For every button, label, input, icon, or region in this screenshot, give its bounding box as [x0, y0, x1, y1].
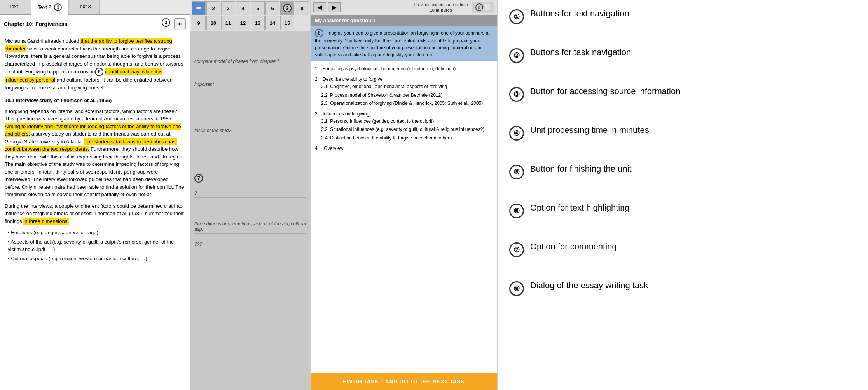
- nav-btn-11[interactable]: 11: [221, 16, 235, 30]
- legend-circle-5: ⑤: [509, 165, 524, 179]
- left-text-panel: Text 1 Text 2 1 Text 3 Chapter 10: Forgi…: [0, 0, 190, 390]
- pencil-icon-btn[interactable]: ✏: [192, 1, 206, 15]
- legend-item-8: ⑧ Dialog of the essay writing task: [509, 280, 856, 311]
- p3-highlight: in three dimensions:: [23, 218, 68, 225]
- legend-item-7: ⑦ Option for commenting: [509, 241, 856, 272]
- question-text: 8 Imagine you need to give a presentatio…: [311, 26, 497, 61]
- legend-text-3: Button for accessing source information: [530, 85, 680, 98]
- time-value: 10 minutes: [414, 7, 468, 13]
- header-icons: 3 ≈: [162, 18, 186, 30]
- nav-btn-7[interactable]: 2: [280, 1, 294, 15]
- nav-btn-5[interactable]: 5: [251, 1, 265, 15]
- circle-7-annotation: 7: [194, 174, 203, 183]
- legend-circle-3: ③: [509, 87, 524, 102]
- nav-btn-13[interactable]: 13: [251, 16, 265, 30]
- legend-item-3: ③ Button for accessing source informatio…: [509, 85, 856, 117]
- annotation-area: compare model of phases from chapter 1 i…: [190, 31, 310, 390]
- middle-annotation-panel: ✏ 2 3 4 5 6 2 8 9 10 11 12 13 14 15 comp…: [190, 0, 311, 390]
- bullet-2: • Aspects of the act (e.g. severity of g…: [8, 238, 185, 253]
- time-label: Previous expenditure of time: [414, 2, 468, 7]
- legend-item-4: ④ Unit processing time in minutes: [509, 124, 856, 155]
- time-display: Previous expenditure of time 10 minutes: [414, 2, 468, 13]
- tab-text1[interactable]: Text 1: [0, 0, 31, 14]
- answer-area[interactable]: 1. Forgiving as psychological phenomenon…: [311, 61, 497, 373]
- nav-btn-15[interactable]: 15: [280, 16, 294, 30]
- nav-btn-6[interactable]: 6: [265, 1, 279, 15]
- right-task-panel: ◀ ▶ Previous expenditure of time 10 minu…: [311, 0, 498, 390]
- nav-btn-12[interactable]: 12: [236, 16, 250, 30]
- nav-btn-9[interactable]: 9: [192, 16, 206, 30]
- number-nav: ✏ 2 3 4 5 6 2 8 9 10 11 12 13 14 15: [190, 0, 310, 31]
- circle-5: 5: [475, 3, 483, 11]
- circle-8: 8: [315, 29, 323, 37]
- answer-item-1: 1. Forgiving as psychological phenomenon…: [315, 65, 493, 73]
- legend-circle-7: ⑦: [509, 242, 524, 257]
- legend-text-4: Unit processing time in minutes: [530, 124, 649, 136]
- circle-1: 1: [54, 3, 62, 11]
- bullet-3: • Cultural aspects (e.g. religion, weste…: [8, 255, 185, 263]
- legend-text-6: Option for text highlighting: [530, 202, 630, 214]
- paragraph-3: During the interviews, a couple of diffe…: [5, 202, 185, 225]
- annotation-3: focus of the study: [194, 128, 306, 135]
- chapter-header: Chapter 10: Forgiveness 3 ≈: [0, 15, 190, 33]
- p1-plain: Mahatma Gandhi already noticed: [5, 38, 80, 44]
- annotation-4: ?: [194, 190, 306, 198]
- legend-text-8: Dialog of the essay writing task: [530, 280, 648, 292]
- source-info-button[interactable]: ≈: [174, 18, 186, 30]
- legend-item-2: ② Buttons for task navigation: [509, 47, 856, 78]
- finish-unit-icon: 5⬜: [475, 4, 491, 10]
- p2-rest2: Furthermore, they should describe how th…: [5, 146, 184, 197]
- answer-item-4: 4. Overview: [315, 145, 493, 152]
- annotation-2: important: [194, 82, 306, 89]
- bullet-1: • Emotions (e.g. anger, sadness or rage): [8, 229, 185, 237]
- section-1-title: 10.1 Interview study of Thomsen et al. (…: [5, 97, 185, 104]
- chapter-title: Chapter 10: Forgiveness: [4, 21, 67, 27]
- legend-circle-4: ④: [509, 126, 524, 141]
- legend-circle-6: ⑥: [509, 204, 524, 218]
- nav-btn-3[interactable]: 3: [221, 1, 235, 15]
- legend-item-1: ① Buttons for text navigation: [509, 8, 856, 39]
- question-header: My answer for question 1: [311, 15, 497, 26]
- nav-btn-8[interactable]: 8: [295, 1, 309, 15]
- nav-btn-10[interactable]: 10: [206, 16, 220, 30]
- legend-circle-2: ②: [509, 48, 524, 63]
- legend-item-5: ⑤ Button for finishing the unit: [509, 163, 856, 194]
- text-content: Mahatma Gandhi already noticed that the …: [0, 33, 190, 390]
- nav-btn-2[interactable]: 2: [206, 1, 220, 15]
- task-nav-row: ◀ ▶ Previous expenditure of time 10 minu…: [311, 0, 497, 15]
- nav-btn-14[interactable]: 14: [265, 16, 279, 30]
- paragraph-2: If forgiving depends on internal and ext…: [5, 108, 185, 198]
- legend-circle-1: ①: [509, 9, 524, 24]
- circle-3: 3: [162, 18, 170, 27]
- tab-text3[interactable]: Text 3: [68, 0, 100, 14]
- tabs-bar: Text 1 Text 2 1 Text 3: [0, 0, 190, 15]
- annotation-1: compare model of phases from chapter 1: [194, 59, 306, 66]
- legend-text-2: Buttons for task navigation: [530, 47, 631, 59]
- legend-panel: ① Buttons for text navigation ② Buttons …: [498, 0, 868, 390]
- annotation-6: ???: [194, 242, 306, 249]
- arrow-right-button[interactable]: ▶: [328, 2, 341, 12]
- legend-text-7: Option for commenting: [530, 241, 617, 253]
- nav-btn-4[interactable]: 4: [236, 1, 250, 15]
- answer-item-2: 2. Describe the ability to forgive 2.1 C…: [315, 76, 493, 107]
- finish-task-button[interactable]: FINISH TASK 1 AND GO TO THE NEXT TASK: [311, 373, 497, 390]
- legend-circle-8: ⑧: [509, 281, 524, 296]
- legend-text-5: Button for finishing the unit: [530, 163, 632, 175]
- circle-6: 6: [95, 68, 103, 76]
- legend-text-1: Buttons for text navigation: [530, 8, 629, 20]
- circle-2: 2: [283, 4, 292, 12]
- tab-text2[interactable]: Text 2 1: [31, 0, 68, 15]
- paragraph-1: Mahatma Gandhi already noticed that the …: [5, 37, 185, 91]
- annotation-5: three dimensions: emotions, aspect of th…: [194, 221, 306, 234]
- answer-item-3: 3 Influences on forgiving 3.1 Personal i…: [315, 110, 493, 142]
- arrow-left-button[interactable]: ◀: [313, 2, 326, 12]
- finish-unit-button[interactable]: 5⬜: [472, 2, 494, 13]
- p2-plain: If forgiving depends on internal and ext…: [5, 108, 177, 122]
- legend-item-6: ⑥ Option for text highlighting: [509, 202, 856, 233]
